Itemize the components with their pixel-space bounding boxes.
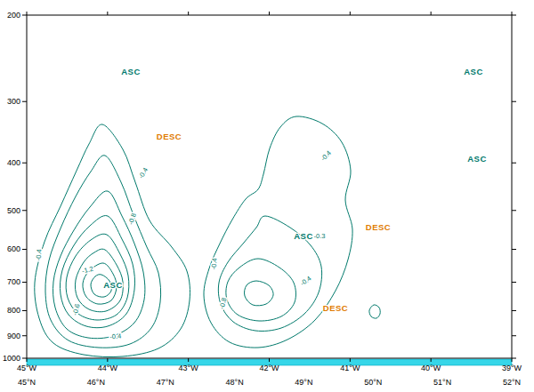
- latitude-tick-label: 45°N: [18, 378, 36, 387]
- latitude-tick-label: 48°N: [226, 378, 244, 387]
- longitude-tick-label: 45°W: [17, 364, 37, 372]
- desc-region-label: DESC: [366, 222, 391, 232]
- pressure-tick-label: 700: [7, 277, 20, 286]
- asc-region-label: ASC: [121, 67, 141, 76]
- latitude-tick-label: 47°N: [157, 378, 174, 387]
- contour-value-label: -0.4: [209, 258, 218, 270]
- asc-region-label: ASC: [464, 67, 483, 76]
- latitude-tick-label: 50°N: [364, 378, 382, 387]
- desc-region-label: DESC: [157, 132, 182, 141]
- plot-border: [27, 15, 512, 358]
- cross-section-figure: 200300400500600700800900100045°W44°W43°W…: [0, 0, 534, 392]
- contour-value-label: -0.8: [126, 212, 138, 226]
- contour-value-label: -0.4: [34, 249, 43, 261]
- contour-line: [204, 116, 352, 348]
- contour-cross-section-chart: 200300400500600700800900100045°W44°W43°W…: [0, 0, 534, 392]
- asc-region-label: ASC: [103, 280, 123, 290]
- contour-line: [369, 305, 380, 318]
- pressure-tick-label: 400: [7, 158, 20, 167]
- longitude-tick-label: 43°W: [179, 364, 199, 372]
- longitude-tick-label: 41°W: [340, 364, 360, 372]
- contour-value-label: -1.2: [81, 265, 94, 276]
- contour-value-label: -0.3: [314, 232, 326, 240]
- longitude-tick-label: 44°W: [98, 364, 118, 372]
- pressure-tick-label: 800: [7, 306, 20, 315]
- longitude-tick-label: 39°W: [502, 364, 522, 372]
- latitude-tick-label: 49°N: [295, 378, 312, 387]
- pressure-tick-label: 500: [7, 206, 20, 215]
- pressure-tick-label: 200: [7, 11, 20, 20]
- latitude-tick-label: 51°N: [433, 378, 451, 387]
- contour-line: [245, 281, 274, 306]
- contour-line: [226, 259, 296, 321]
- longitude-tick-label: 42°W: [259, 364, 279, 372]
- pressure-tick-label: 900: [7, 332, 20, 340]
- contour-value-label: -0.8: [218, 297, 229, 310]
- contour-value-label: -0.6: [71, 303, 82, 316]
- pressure-tick-label: 300: [7, 97, 20, 106]
- contour-value-label: -0.4: [299, 275, 313, 288]
- latitude-tick-label: 46°N: [87, 378, 105, 387]
- asc-region-label: ASC: [467, 154, 487, 164]
- desc-region-label: DESC: [323, 303, 348, 313]
- contour-value-label: -0.4: [109, 332, 122, 340]
- pressure-tick-label: 1000: [3, 354, 20, 363]
- asc-region-label: ASC: [294, 231, 313, 241]
- contour-value-label: -0.4: [137, 166, 150, 180]
- latitude-tick-label: 52°N: [503, 378, 521, 387]
- contour-value-label: -0.4: [319, 148, 333, 163]
- longitude-tick-label: 40°W: [421, 364, 441, 372]
- pressure-tick-label: 600: [7, 244, 20, 253]
